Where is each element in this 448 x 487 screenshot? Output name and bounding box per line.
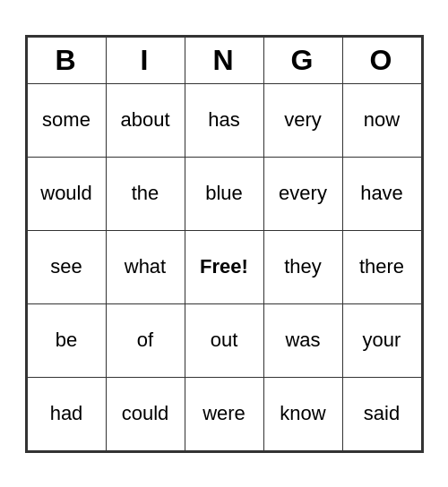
cell-r4-c4: said <box>342 377 421 450</box>
cell-r2-c2: Free! <box>185 230 263 303</box>
cell-r4-c3: know <box>263 377 342 450</box>
bingo-card: B I N G O someabouthasverynowwouldtheblu… <box>25 35 424 453</box>
cell-r2-c1: what <box>106 230 185 303</box>
header-i: I <box>106 37 185 83</box>
cell-r4-c1: could <box>106 377 185 450</box>
cell-r0-c4: now <box>342 83 421 157</box>
cell-r0-c3: very <box>263 83 342 157</box>
cell-r1-c2: blue <box>185 157 263 230</box>
cell-r3-c3: was <box>263 303 342 377</box>
cell-r4-c0: had <box>27 377 106 450</box>
cell-r2-c4: there <box>342 230 421 303</box>
table-row: someabouthasverynow <box>27 83 421 157</box>
cell-r2-c3: they <box>263 230 342 303</box>
cell-r4-c2: were <box>185 377 263 450</box>
cell-r3-c4: your <box>342 303 421 377</box>
cell-r3-c2: out <box>185 303 263 377</box>
header-b: B <box>27 37 106 83</box>
cell-r1-c0: would <box>27 157 106 230</box>
bingo-table: B I N G O someabouthasverynowwouldtheblu… <box>27 37 422 451</box>
header-row: B I N G O <box>27 37 421 83</box>
cell-r0-c0: some <box>27 83 106 157</box>
header-o: O <box>342 37 421 83</box>
cell-r1-c3: every <box>263 157 342 230</box>
table-row: hadcouldwereknowsaid <box>27 377 421 450</box>
cell-r1-c4: have <box>342 157 421 230</box>
header-n: N <box>185 37 263 83</box>
cell-r3-c0: be <box>27 303 106 377</box>
cell-r1-c1: the <box>106 157 185 230</box>
header-g: G <box>263 37 342 83</box>
cell-r0-c1: about <box>106 83 185 157</box>
table-row: beofoutwasyour <box>27 303 421 377</box>
cell-r0-c2: has <box>185 83 263 157</box>
table-row: seewhatFree!theythere <box>27 230 421 303</box>
cell-r3-c1: of <box>106 303 185 377</box>
table-row: wouldtheblueeveryhave <box>27 157 421 230</box>
cell-r2-c0: see <box>27 230 106 303</box>
